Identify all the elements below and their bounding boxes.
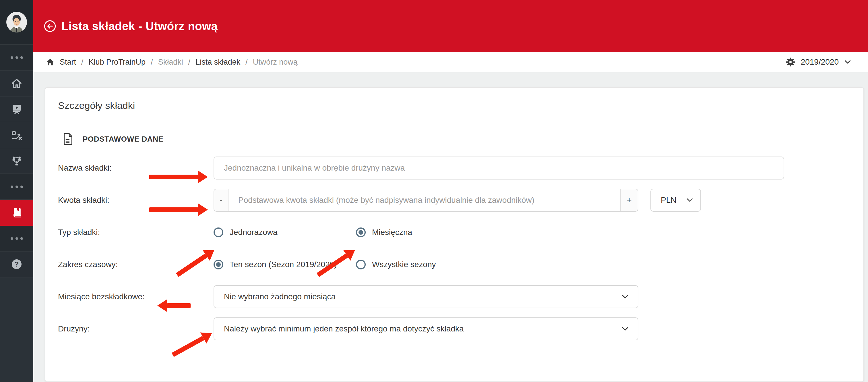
- chevron-down-icon: [687, 198, 693, 202]
- free-months-value: Nie wybrano żadnego miesiąca: [224, 292, 336, 301]
- chevron-down-icon: [844, 60, 851, 64]
- home-icon: [10, 77, 23, 90]
- more-dots-icon: [11, 237, 23, 240]
- radio-unchecked[interactable]: [214, 228, 223, 237]
- sidebar-item-video[interactable]: [0, 96, 33, 122]
- radio-label: Jednorazowa: [229, 228, 278, 237]
- sidebar-item-tactics[interactable]: [0, 122, 33, 148]
- season-value[interactable]: 2019/2020: [801, 57, 839, 67]
- radio-label: Miesięczna: [372, 228, 412, 237]
- team-structure-icon: [10, 154, 23, 167]
- document-icon: [63, 133, 73, 145]
- fee-amount-input[interactable]: [228, 189, 621, 212]
- fee-amount-group: - +: [214, 189, 639, 212]
- page-header: Lista składek - Utwórz nową: [33, 0, 868, 52]
- tactics-icon: [10, 129, 23, 141]
- sidebar-item-help[interactable]: ?: [0, 252, 33, 277]
- row-teams: Drużyny: Należy wybrać minimum jeden zes…: [58, 317, 851, 340]
- breadcrumb-item-fees-list[interactable]: Lista składek: [195, 58, 240, 67]
- card-title: Szczegóły składki: [58, 88, 851, 111]
- sidebar: ?: [0, 0, 33, 382]
- user-avatar[interactable]: [0, 0, 33, 45]
- fees-book-icon: [10, 207, 23, 219]
- fee-form: Nazwa składki: Kwota składki: - + PLN: [58, 156, 851, 340]
- currency-value: PLN: [661, 196, 676, 205]
- more-dots-icon: [11, 56, 23, 59]
- radio-checked[interactable]: [356, 228, 366, 237]
- sidebar-item-more-bottom[interactable]: [0, 226, 33, 252]
- breadcrumb-item-club[interactable]: Klub ProTrainUp: [89, 58, 146, 67]
- back-button[interactable]: [43, 20, 56, 32]
- breadcrumb-separator: /: [245, 58, 248, 67]
- sidebar-item-fees-active[interactable]: [0, 200, 33, 226]
- row-fee-type: Typ składki: Jednorazowa Miesięczna: [58, 221, 851, 244]
- breadcrumb-item-fees[interactable]: Składki: [158, 58, 183, 67]
- app-root: ? Lista składek - Utwórz nową Start /: [0, 0, 868, 382]
- breadcrumb-item-create-new[interactable]: Utwórz nową: [253, 58, 298, 67]
- fee-name-input[interactable]: [214, 156, 784, 179]
- radio-label: Ten sezon (Sezon 2019/2020): [229, 260, 337, 269]
- free-months-select[interactable]: Nie wybrano żadnego miesiąca: [214, 285, 639, 308]
- chevron-down-icon: [622, 327, 629, 331]
- radio-option-jednorazowa[interactable]: Jednorazowa: [214, 228, 356, 237]
- breadcrumb-item-start[interactable]: Start: [60, 58, 76, 67]
- radio-option-miesieczna[interactable]: Miesięczna: [356, 228, 412, 237]
- row-fee-amount: Kwota składki: - + PLN: [58, 189, 851, 212]
- section-basic-data: PODSTAWOWE DANE: [63, 133, 851, 145]
- sidebar-item-more-top[interactable]: [0, 45, 33, 71]
- fee-details-card: Szczegóły składki PODSTAWOWE DANE: [45, 87, 864, 382]
- radio-checked[interactable]: [214, 260, 223, 269]
- teams-select[interactable]: Należy wybrać minimum jeden zespół które…: [214, 317, 639, 340]
- teams-label: Drużyny:: [58, 324, 214, 333]
- sidebar-item-team[interactable]: [0, 148, 33, 174]
- season-selector[interactable]: 2019/2020: [786, 57, 851, 67]
- row-time-range: Zakres czasowy: Ten sezon (Sezon 2019/20…: [58, 253, 851, 276]
- help-icon: ?: [11, 259, 22, 270]
- video-board-icon: [10, 103, 23, 115]
- main-column: Lista składek - Utwórz nową Start / Klub…: [33, 0, 868, 382]
- radio-option-wszystkie-sezony[interactable]: Wszystkie sezony: [356, 260, 436, 269]
- radio-label: Wszystkie sezony: [372, 260, 436, 269]
- chevron-down-icon: [622, 294, 629, 299]
- more-dots-icon: [11, 185, 23, 188]
- sidebar-spacer: [0, 277, 33, 382]
- breadcrumb-items: Start / Klub ProTrainUp / Składki / List…: [46, 58, 786, 67]
- time-range-label: Zakres czasowy:: [58, 260, 214, 269]
- breadcrumb-separator: /: [81, 58, 84, 67]
- currency-select[interactable]: PLN: [650, 189, 701, 212]
- svg-text:?: ?: [14, 260, 19, 268]
- breadcrumb: Start / Klub ProTrainUp / Składki / List…: [33, 52, 868, 72]
- row-fee-name: Nazwa składki:: [58, 156, 851, 179]
- radio-unchecked[interactable]: [356, 260, 366, 269]
- sidebar-item-more-middle[interactable]: [0, 174, 33, 200]
- section-title: PODSTAWOWE DANE: [83, 135, 164, 144]
- row-free-months: Miesiące bezskładkowe: Nie wybrano żadne…: [58, 285, 851, 308]
- amount-decrement-button[interactable]: -: [214, 189, 228, 212]
- teams-value: Należy wybrać minimum jeden zespół które…: [224, 324, 464, 333]
- settings-gear-icon[interactable]: [786, 57, 795, 67]
- sidebar-item-home[interactable]: [0, 71, 33, 96]
- avatar-image: [6, 12, 27, 32]
- free-months-label: Miesiące bezskładkowe:: [58, 292, 214, 301]
- fee-amount-label: Kwota składki:: [58, 196, 214, 205]
- amount-increment-button[interactable]: +: [621, 189, 639, 212]
- breadcrumb-separator: /: [188, 58, 191, 67]
- fee-type-label: Typ składki:: [58, 228, 214, 237]
- arrow-left-circle-icon: [43, 20, 56, 32]
- content-area: Szczegóły składki PODSTAWOWE DANE: [33, 72, 868, 382]
- home-icon[interactable]: [46, 58, 55, 66]
- breadcrumb-separator: /: [151, 58, 153, 67]
- fee-name-label: Nazwa składki:: [58, 164, 214, 173]
- page-title: Lista składek - Utwórz nową: [61, 20, 218, 33]
- radio-option-ten-sezon[interactable]: Ten sezon (Sezon 2019/2020): [214, 260, 356, 269]
